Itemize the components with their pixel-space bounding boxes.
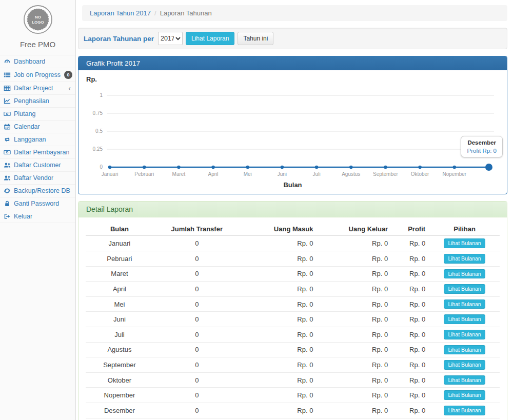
sidebar-item-label: Langganan	[14, 136, 46, 143]
total-uang-masuk: Rp. 0	[241, 418, 318, 420]
lihat-bulanan-button-september[interactable]: Lihat Bulanan	[444, 360, 485, 370]
table-row-juni: Juni0Rp. 0Rp. 0Rp. 0Lihat Bulanan	[86, 312, 500, 327]
sidebar-item-label: Daftar Pembayaran	[14, 149, 69, 156]
svg-text:0: 0	[100, 165, 103, 170]
sidebar-item-label: Backup/Restore DB	[14, 187, 70, 194]
sidebar-item-job-on-progress[interactable]: Job on Progress0	[0, 68, 75, 82]
svg-text:0.75: 0.75	[93, 111, 103, 116]
sidebar-item-calendar[interactable]: Calendar	[0, 121, 75, 133]
lihat-bulanan-button-juli[interactable]: Lihat Bulanan	[444, 330, 485, 339]
sidebar-item-label: Daftar Project	[14, 85, 53, 92]
lihat-bulanan-button-april[interactable]: Lihat Bulanan	[444, 284, 485, 294]
sidebar-item-label: Ganti Password	[14, 200, 59, 207]
profit-chart[interactable]: 00.250.50.751JanuariPebruariMaretAprilMe…	[85, 85, 500, 180]
sidebar-item-keluar[interactable]: Keluar	[0, 210, 75, 223]
sidebar-item-piutang[interactable]: Piutang	[0, 108, 75, 121]
main-content: Laporan Tahun 2017/Laporan Tahunan Lapor…	[76, 0, 513, 420]
svg-text:Oktober: Oktober	[411, 171, 429, 177]
breadcrumb-separator: /	[151, 9, 160, 17]
svg-text:Maret: Maret	[172, 171, 186, 177]
svg-text:Mei: Mei	[244, 171, 252, 177]
y-axis-title: Rp.	[86, 75, 500, 83]
lihat-bulanan-button-nopember[interactable]: Lihat Bulanan	[444, 390, 485, 400]
lihat-bulanan-button-pebruari[interactable]: Lihat Bulanan	[444, 254, 485, 264]
refresh-icon	[4, 187, 11, 194]
lihat-bulanan-button-desember[interactable]: Lihat Bulanan	[444, 406, 485, 415]
brand-name: Free PMO	[0, 40, 75, 49]
lihat-bulanan-button-januari[interactable]: Lihat Bulanan	[444, 238, 485, 248]
breadcrumb-current: Laporan Tahunan	[160, 9, 212, 17]
table-icon	[4, 85, 11, 92]
sidebar-item-backup-restore-db[interactable]: Backup/Restore DB	[0, 185, 75, 197]
logo-text-line2: LOGO	[32, 20, 44, 25]
table-row-agustus: Agustus0Rp. 0Rp. 0Rp. 0Lihat Bulanan	[86, 342, 500, 357]
table-total-row: Total 0 Rp. 0 Rp. 0 Rp. 0	[86, 418, 500, 420]
lihat-laporan-button[interactable]: Lihat Laporan	[186, 32, 234, 45]
sidebar-item-label: Daftar Customer	[14, 162, 61, 169]
svg-text:Januari: Januari	[102, 171, 119, 177]
breadcrumb: Laporan Tahun 2017/Laporan Tahunan	[82, 5, 507, 21]
svg-text:April: April	[208, 171, 219, 177]
sidebar-item-label: Calendar	[14, 123, 40, 130]
sidebar-item-penghasilan[interactable]: Penghasilan	[0, 95, 75, 108]
column-header-uang-keluar: Uang Keluar	[317, 223, 392, 236]
list-icon	[4, 71, 11, 78]
table-body: Januari0Rp. 0Rp. 0Rp. 0Lihat BulananPebr…	[86, 236, 500, 418]
sidebar-item-dashboard[interactable]: Dashboard	[0, 55, 75, 68]
x-axis-title: Bulan	[85, 181, 500, 189]
sidebar-item-daftar-vendor[interactable]: Daftar Vendor	[0, 172, 75, 185]
column-header-pilihan: Pilihan	[429, 223, 500, 236]
svg-text:Pebruari: Pebruari	[134, 171, 154, 177]
users-icon	[4, 162, 11, 169]
table-row-september: September0Rp. 0Rp. 0Rp. 0Lihat Bulanan	[86, 357, 500, 373]
tahun-ini-button[interactable]: Tahun ini	[238, 32, 273, 45]
total-profit: Rp. 0	[392, 418, 429, 420]
profit-chart-panel: Grafik Profit 2017 Rp. 00.250.50.751Janu…	[78, 56, 507, 194]
lihat-bulanan-button-oktober[interactable]: Lihat Bulanan	[444, 375, 485, 385]
filter-label: Laporan Tahunan per	[84, 35, 154, 43]
sidebar-item-label: Dashboard	[14, 58, 45, 65]
sidebar-menu: DashboardJob on Progress0Daftar Project‹…	[0, 55, 75, 223]
breadcrumb-link[interactable]: Laporan Tahun 2017	[90, 9, 151, 17]
sidebar-item-langganan[interactable]: Langganan	[0, 133, 75, 146]
table-row-juli: Juli0Rp. 0Rp. 0Rp. 0Lihat Bulanan	[86, 327, 500, 342]
sidebar-item-label: Keluar	[14, 213, 32, 220]
chevron-left-icon: ‹	[68, 86, 72, 91]
sidebar-item-daftar-pembayaran[interactable]: Daftar Pembayaran	[0, 146, 75, 159]
lihat-bulanan-button-juni[interactable]: Lihat Bulanan	[444, 314, 485, 324]
table-header-row: BulanJumlah TransferUang MasukUang Kelua…	[86, 223, 500, 236]
detail-panel-title: Detail Laporan	[78, 202, 507, 217]
app-logo[interactable]: NO LOGO	[23, 4, 53, 35]
table-row-pebruari: Pebruari0Rp. 0Rp. 0Rp. 0Lihat Bulanan	[86, 251, 500, 266]
app-window: NO LOGO Free PMO DashboardJob on Progres…	[0, 0, 513, 420]
tooltip-title: Desember	[467, 139, 497, 146]
column-header-uang-masuk: Uang Masuk	[241, 223, 318, 236]
report-table: BulanJumlah TransferUang MasukUang Kelua…	[86, 223, 500, 420]
chart-panel-title: Grafik Profit 2017	[78, 56, 507, 70]
svg-text:Juni: Juni	[278, 171, 287, 177]
chart-tooltip: Desember Profit Rp: 0	[461, 136, 503, 157]
sidebar: NO LOGO Free PMO DashboardJob on Progres…	[0, 0, 76, 420]
sidebar-item-daftar-customer[interactable]: Daftar Customer	[0, 159, 75, 172]
table-row-desember: Desember0Rp. 0Rp. 0Rp. 0Lihat Bulanan	[86, 403, 500, 418]
table-row-mei: Mei0Rp. 0Rp. 0Rp. 0Lihat Bulanan	[86, 296, 500, 312]
detail-report-panel: Detail Laporan BulanJumlah TransferUang …	[78, 201, 507, 420]
lihat-bulanan-button-maret[interactable]: Lihat Bulanan	[444, 269, 485, 279]
users-icon	[4, 174, 11, 182]
svg-text:Agustus: Agustus	[342, 171, 360, 177]
table-row-april: April0Rp. 0Rp. 0Rp. 0Lihat Bulanan	[86, 282, 500, 297]
sidebar-item-label: Piutang	[14, 110, 35, 117]
lihat-bulanan-button-mei[interactable]: Lihat Bulanan	[444, 299, 485, 309]
money-icon	[4, 149, 11, 156]
svg-text:0.25: 0.25	[93, 147, 103, 152]
filter-panel: Laporan Tahunan per 2017 Lihat Laporan T…	[78, 28, 507, 49]
lihat-bulanan-button-agustus[interactable]: Lihat Bulanan	[444, 345, 485, 355]
svg-text:September: September	[373, 171, 399, 177]
year-select[interactable]: 2017	[158, 32, 183, 45]
column-header-profit: Profit	[392, 223, 429, 236]
sidebar-item-ganti-password[interactable]: Ganti Password	[0, 197, 75, 210]
count-badge: 0	[64, 71, 72, 79]
sidebar-item-daftar-project[interactable]: Daftar Project‹	[0, 82, 75, 95]
total-uang-keluar: Rp. 0	[317, 418, 392, 420]
chart-panel-body: Rp. 00.250.50.751JanuariPebruariMaretApr…	[78, 70, 507, 194]
